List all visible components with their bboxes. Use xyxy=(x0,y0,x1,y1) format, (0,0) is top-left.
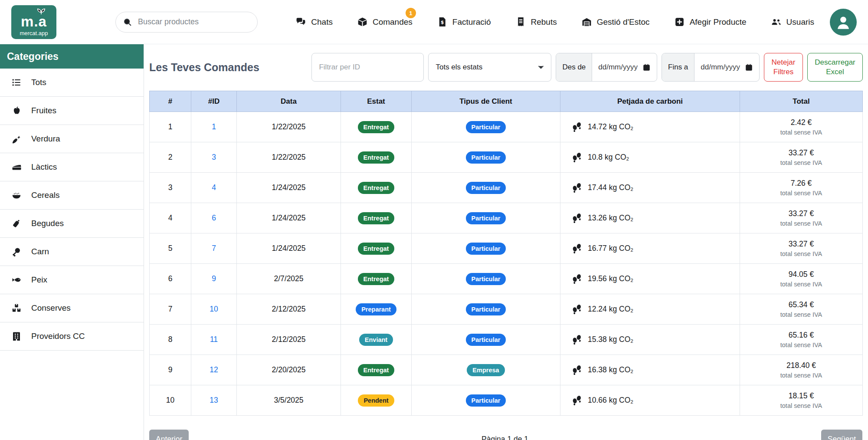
order-date: 2/7/2025 xyxy=(237,264,341,294)
page-title: Les Teves Comandes xyxy=(149,61,259,74)
orders-table: # #ID Data Estat Tipus de Client Petjada… xyxy=(149,91,863,416)
date-from-input[interactable]: dd/mm/yyyy xyxy=(592,53,657,81)
sidebar-item[interactable]: Proveidors CC xyxy=(0,322,144,351)
client-type-badge: Particular xyxy=(466,182,506,194)
sidebar-item-label: Tots xyxy=(31,78,46,87)
col-header-id: #ID xyxy=(191,91,237,112)
order-id-link[interactable]: 9 xyxy=(212,274,216,283)
previous-page-button[interactable]: Anterior xyxy=(149,430,189,440)
footprints-icon xyxy=(571,212,583,224)
row-number: 5 xyxy=(150,233,191,264)
carbon-footprint-value: 13.26 kg CO₂ xyxy=(588,213,633,223)
product-search[interactable] xyxy=(115,12,258,33)
date-from-label: Des de xyxy=(556,53,592,81)
next-page-button[interactable]: Següent xyxy=(821,430,862,440)
nav-item[interactable]: Comandes 1 xyxy=(357,16,413,27)
client-type-badge: Empresa xyxy=(467,364,504,376)
sidebar-item[interactable]: Tots xyxy=(0,69,144,97)
nav-item[interactable]: Usuaris xyxy=(771,16,814,27)
pagination: Anterior Pàgina 1 de 1 Següent xyxy=(149,430,862,440)
export-excel-button[interactable]: Descarregar Excel xyxy=(807,53,863,82)
order-date: 1/24/2025 xyxy=(237,233,341,264)
order-total: 7.26 € xyxy=(740,179,862,188)
order-id-link[interactable]: 3 xyxy=(212,153,216,161)
bottle-icon xyxy=(11,218,22,229)
clear-filters-button[interactable]: Netejar Filtres xyxy=(764,53,803,82)
footprints-icon xyxy=(571,364,583,376)
order-id-link[interactable]: 10 xyxy=(210,305,218,313)
sidebar-item[interactable]: Làctics xyxy=(0,153,144,181)
sidebar-item[interactable]: Conserves xyxy=(0,294,144,322)
sidebar-item-label: Fruites xyxy=(31,106,56,115)
total-note: total sense IVA xyxy=(740,250,862,257)
carbon-footprint-value: 19.56 kg CO₂ xyxy=(588,274,633,283)
order-total: 65.34 € xyxy=(740,300,862,309)
order-id-link[interactable]: 4 xyxy=(212,183,216,192)
total-note: total sense IVA xyxy=(740,220,862,227)
page-indicator: Pàgina 1 de 1 xyxy=(189,435,821,440)
order-date: 2/12/2025 xyxy=(237,294,341,325)
nav-item[interactable]: Gestió d'Estoc xyxy=(581,16,650,27)
table-row: 4 6 1/24/2025 Entregat Particular 13.26 … xyxy=(150,203,863,233)
main-nav: Chats Comandes 1 $ Facturació R xyxy=(295,16,814,27)
app-window: m.a mercat.app Chats Comandes 1 xyxy=(0,0,868,440)
date-to-input[interactable]: dd/mm/yyyy xyxy=(694,53,759,81)
order-id-link[interactable]: 12 xyxy=(210,365,218,374)
calendar-icon[interactable] xyxy=(642,63,651,72)
nav-item[interactable]: Afegir Producte xyxy=(674,16,747,27)
sidebar-item[interactable]: Fruites xyxy=(0,97,144,125)
status-badge: Pendent xyxy=(358,394,394,407)
filter-id-input[interactable] xyxy=(311,53,424,82)
nav-item[interactable]: Chats xyxy=(295,16,333,27)
order-total: 18.15 € xyxy=(740,391,862,401)
building-icon xyxy=(11,331,22,341)
row-number: 9 xyxy=(150,355,191,385)
sidebar-item[interactable]: Cereals xyxy=(0,181,144,210)
date-to-label: Fins a xyxy=(662,53,694,81)
table-header-row: # #ID Data Estat Tipus de Client Petjada… xyxy=(150,91,863,112)
order-date: 1/24/2025 xyxy=(237,173,341,203)
order-date: 1/22/2025 xyxy=(237,142,341,173)
order-id-link[interactable]: 1 xyxy=(212,122,216,131)
sidebar-item-label: Conserves xyxy=(31,303,71,313)
carbon-footprint-value: 17.44 kg CO₂ xyxy=(588,183,633,192)
fish-icon xyxy=(11,275,22,285)
calendar-icon[interactable] xyxy=(745,63,753,72)
brand-logo[interactable]: m.a mercat.app xyxy=(11,5,56,39)
client-type-badge: Particular xyxy=(466,151,506,164)
total-note: total sense IVA xyxy=(740,372,862,379)
order-id-link[interactable]: 6 xyxy=(212,213,216,222)
total-note: total sense IVA xyxy=(740,281,862,288)
order-total: 33.27 € xyxy=(740,209,862,218)
total-note: total sense IVA xyxy=(740,341,862,348)
profile-avatar[interactable] xyxy=(830,9,857,36)
orders-box-icon xyxy=(357,16,368,27)
carbon-footprint-value: 16.77 kg CO₂ xyxy=(588,244,633,253)
total-note: total sense IVA xyxy=(740,159,862,166)
sidebar-item[interactable]: Verdura xyxy=(0,125,144,153)
nav-item-label: Comandes xyxy=(373,17,413,27)
date-from-group: Des de dd/mm/yyyy xyxy=(556,53,657,82)
carbon-footprint-value: 10.66 kg CO₂ xyxy=(588,396,633,405)
footprints-icon xyxy=(571,121,583,133)
order-id-link[interactable]: 11 xyxy=(210,335,218,344)
category-list: Tots Fruites Verdura Làctics xyxy=(0,69,144,351)
nav-item[interactable]: $ Facturació xyxy=(437,16,491,27)
col-header-num: # xyxy=(150,91,191,112)
status-select[interactable]: Tots els estats xyxy=(428,53,551,82)
svg-text:$: $ xyxy=(441,20,444,25)
row-number: 8 xyxy=(150,325,191,355)
search-input[interactable] xyxy=(137,17,252,27)
sidebar-item[interactable]: Begudes xyxy=(0,210,144,238)
nav-item[interactable]: Rebuts xyxy=(515,16,557,27)
sidebar-item[interactable]: Carn xyxy=(0,238,144,266)
table-row: 2 3 1/22/2025 Entregat Particular 10.8 k… xyxy=(150,142,863,173)
sidebar-item-label: Peix xyxy=(31,275,47,285)
orders-main: Les Teves Comandes Tots els estats Des d… xyxy=(144,44,868,440)
status-badge: Entregat xyxy=(358,364,395,376)
carbon-footprint-value: 14.72 kg CO₂ xyxy=(588,122,633,131)
sidebar-item[interactable]: Peix xyxy=(0,266,144,294)
order-id-link[interactable]: 7 xyxy=(212,244,216,253)
status-select-value: Tots els estats xyxy=(436,63,482,72)
order-id-link[interactable]: 13 xyxy=(210,396,218,404)
